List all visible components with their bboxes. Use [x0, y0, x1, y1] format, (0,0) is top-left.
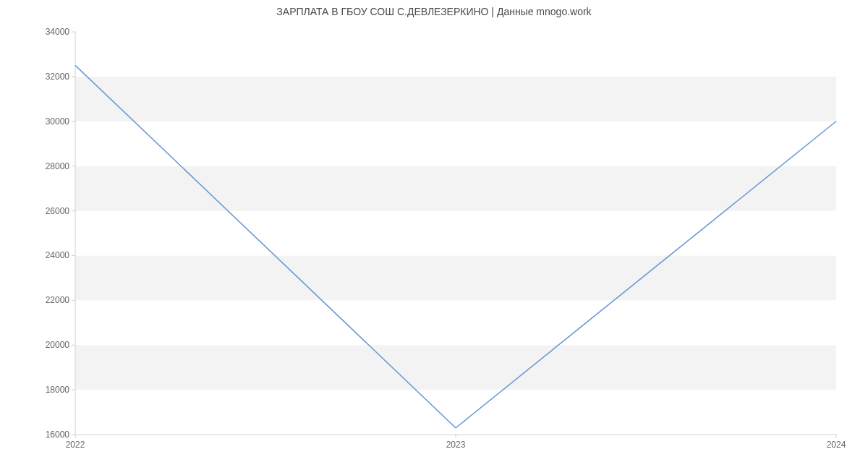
x-tick-label: 2024 [827, 440, 846, 450]
y-tick-label: 26000 [46, 206, 70, 216]
chart-svg: 1600018000200002200024000260002800030000… [0, 0, 868, 470]
chart-container: ЗАРПЛАТА В ГБОУ СОШ С.ДЕВЛЕЗЕРКИНО | Дан… [0, 0, 868, 470]
y-tick-label: 22000 [46, 295, 70, 305]
x-tick-label: 2022 [66, 440, 85, 450]
y-tick-label: 20000 [46, 340, 70, 350]
grid-band [75, 300, 836, 345]
grid-band [75, 345, 836, 390]
y-tick-label: 28000 [46, 161, 70, 171]
grid-band [75, 32, 836, 77]
grid-band [75, 255, 836, 300]
grid-band [75, 121, 836, 166]
y-tick-label: 18000 [46, 385, 70, 395]
grid-band [75, 166, 836, 211]
y-tick-label: 34000 [46, 27, 70, 37]
y-tick-label: 24000 [46, 250, 70, 260]
y-tick-label: 30000 [46, 116, 70, 127]
grid-band [75, 77, 836, 121]
grid-band [75, 211, 836, 256]
x-tick-label: 2023 [446, 440, 466, 450]
y-tick-label: 16000 [46, 430, 70, 440]
y-tick-label: 32000 [46, 72, 70, 82]
